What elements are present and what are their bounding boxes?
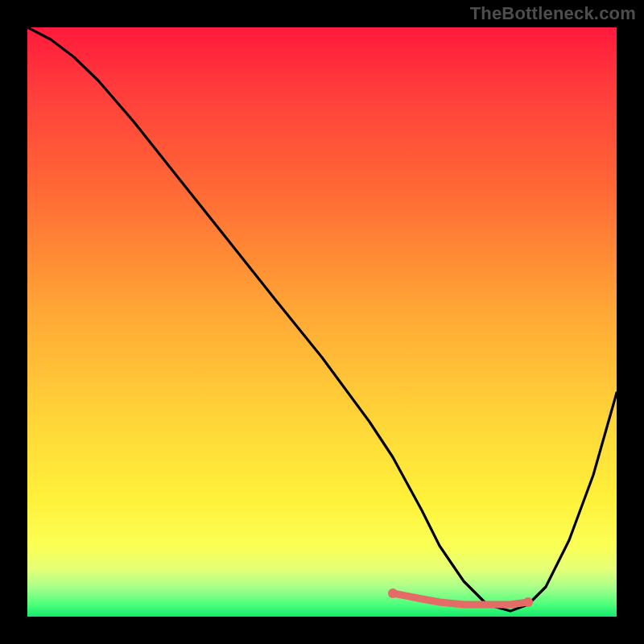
optimal-range-accent: [393, 593, 528, 605]
plot-area: [27, 27, 617, 617]
watermark-text: TheBottleneck.com: [470, 3, 636, 24]
curve-svg: [27, 27, 617, 617]
chart-frame: TheBottleneck.com: [0, 0, 644, 644]
bottleneck-curve: [27, 27, 617, 611]
accent-end-cap: [523, 597, 533, 607]
